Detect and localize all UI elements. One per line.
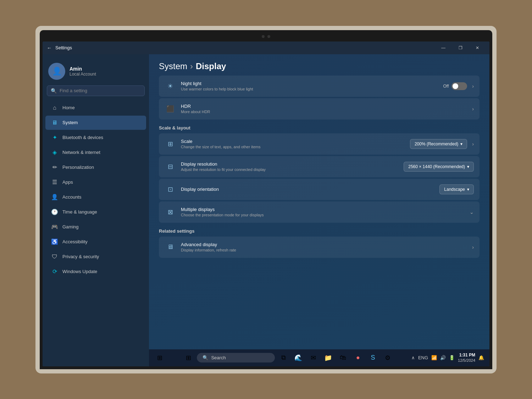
chevron-up-icon[interactable]: ∧ xyxy=(410,354,416,361)
night-light-title: Night light xyxy=(181,81,438,86)
window-controls: — ❐ ✕ xyxy=(436,42,485,54)
lang-icon[interactable]: ENG xyxy=(417,354,429,361)
sidebar-item-system[interactable]: 🖥 System xyxy=(45,116,146,130)
sidebar-label-accessibility: Accessibility xyxy=(62,239,88,244)
sidebar-item-gaming[interactable]: 🎮 Gaming xyxy=(45,220,146,234)
advanced-display-desc: Display information, refresh rate xyxy=(181,248,467,252)
sidebar-item-bluetooth[interactable]: ✦ Bluetooth & devices xyxy=(45,131,146,145)
resolution-text: Display resolution Adjust the resolution… xyxy=(181,161,399,172)
edge-icon[interactable]: 🌊 xyxy=(292,351,305,364)
scale-title: Scale xyxy=(181,139,405,144)
notification-icon[interactable]: 🔔 xyxy=(477,354,485,361)
sidebar-item-time[interactable]: 🕐 Time & language xyxy=(45,205,146,219)
sidebar-item-home[interactable]: ⌂ Home xyxy=(45,101,146,115)
title-bar: ← Settings — ❐ ✕ xyxy=(43,41,489,54)
wifi-icon[interactable]: 📶 xyxy=(430,354,438,361)
taskbar-search[interactable]: 🔍 Search xyxy=(197,353,275,362)
scale-desc: Change the size of text, apps, and other… xyxy=(181,145,405,149)
search-input[interactable] xyxy=(60,88,141,93)
sidebar-item-update[interactable]: ⟳ Windows Update xyxy=(45,265,146,279)
night-light-chevron: › xyxy=(472,83,474,89)
resolution-control: 2560 × 1440 (Recommended) ▾ xyxy=(404,162,474,172)
update-icon: ⟳ xyxy=(51,268,58,275)
sidebar-item-network[interactable]: ◈ Network & internet xyxy=(45,145,146,160)
user-name: Amin xyxy=(70,66,96,72)
camera-dot-left xyxy=(262,35,265,38)
resolution-icon: ⊟ xyxy=(165,161,176,172)
settings-taskbar-icon[interactable]: ⚙ xyxy=(381,351,394,364)
mail-icon[interactable]: ✉ xyxy=(307,351,320,364)
night-light-icon: ☀ xyxy=(165,81,176,92)
skype-icon[interactable]: S xyxy=(366,351,379,364)
orientation-dropdown-arrow: ▾ xyxy=(467,187,469,192)
task-view-icon[interactable]: ⧉ xyxy=(277,351,290,364)
system-icon: 🖥 xyxy=(51,119,58,126)
orientation-text: Display orientation xyxy=(181,187,434,192)
sidebar-label-personalization: Personalization xyxy=(62,165,94,170)
setting-item-night-light[interactable]: ☀ Night light Use warmer colors to help … xyxy=(159,76,480,97)
orientation-value: Landscape xyxy=(444,187,465,192)
taskbar-right: ∧ ENG 📶 🔊 🔋 1:31 PM 12/5/2024 🔔 xyxy=(410,353,485,363)
start-button[interactable]: ⊞ xyxy=(182,351,195,364)
sidebar-item-personalization[interactable]: ✏ Personalization xyxy=(45,160,146,174)
sidebar-label-accounts: Accounts xyxy=(62,194,81,200)
scale-control: 200% (Recommended) ▾ xyxy=(410,139,467,149)
search-label: Search xyxy=(211,355,226,360)
sidebar-item-apps[interactable]: ☰ Apps xyxy=(45,175,146,189)
sidebar-label-apps: Apps xyxy=(62,179,73,185)
camera-dot-center xyxy=(267,35,270,38)
setting-item-resolution[interactable]: ⊟ Display resolution Adjust the resoluti… xyxy=(159,156,480,177)
sys-tray: ∧ ENG 📶 🔊 🔋 xyxy=(410,354,456,361)
night-light-desc: Use warmer colors to help block blue lig… xyxy=(181,87,438,91)
sidebar-label-gaming: Gaming xyxy=(62,224,79,229)
scale-chevron: › xyxy=(472,141,474,147)
back-button[interactable]: ← xyxy=(47,45,52,51)
sidebar-label-bluetooth: Bluetooth & devices xyxy=(62,135,103,140)
browser-icon[interactable]: ● xyxy=(351,351,364,364)
widgets-icon[interactable]: ⊞ xyxy=(153,351,166,364)
minimize-button[interactable]: — xyxy=(436,42,451,54)
time-display[interactable]: 1:31 PM 12/5/2024 xyxy=(458,353,475,363)
setting-item-hdr[interactable]: ⬛ HDR More about HDR › xyxy=(159,98,480,120)
sidebar-item-accessibility[interactable]: ♿ Accessibility xyxy=(45,235,146,249)
hdr-chevron: › xyxy=(472,106,474,112)
advanced-display-text: Advanced display Display information, re… xyxy=(181,242,467,252)
user-section: 👤 Amin Local Account xyxy=(43,59,149,85)
night-light-toggle[interactable] xyxy=(451,82,467,90)
night-light-control: Off xyxy=(443,82,467,90)
breadcrumb: System › Display xyxy=(159,61,480,71)
bluetooth-icon: ✦ xyxy=(51,134,58,141)
file-explorer-icon[interactable]: 📁 xyxy=(322,351,334,364)
hdr-desc: More about HDR xyxy=(181,110,467,114)
advanced-display-icon: 🖥 xyxy=(165,242,176,253)
sidebar-label-privacy: Privacy & security xyxy=(62,254,99,259)
multiple-displays-text: Multiple displays Choose the presentatio… xyxy=(181,207,465,217)
restore-button[interactable]: ❐ xyxy=(453,42,468,54)
setting-item-scale[interactable]: ⊞ Scale Change the size of text, apps, a… xyxy=(159,133,480,155)
scale-dropdown[interactable]: 200% (Recommended) ▾ xyxy=(410,139,467,149)
battery-icon[interactable]: 🔋 xyxy=(448,354,456,361)
search-box[interactable]: 🔍 xyxy=(47,85,145,96)
advanced-display-title: Advanced display xyxy=(181,242,467,247)
home-icon: ⌂ xyxy=(51,104,58,111)
close-button[interactable]: ✕ xyxy=(470,42,485,54)
sidebar-item-privacy[interactable]: 🛡 Privacy & security xyxy=(45,250,146,264)
search-icon-tb: 🔍 xyxy=(203,355,208,360)
scale-value: 200% (Recommended) xyxy=(415,142,458,146)
related-settings-label: Related settings xyxy=(159,228,480,234)
taskbar-center: ⊞ 🔍 Search ⧉ 🌊 ✉ 📁 🛍 ● S xyxy=(167,351,409,364)
resolution-dropdown-arrow: ▾ xyxy=(467,164,469,169)
toggle-off-label: Off xyxy=(443,84,449,89)
resolution-dropdown[interactable]: 2560 × 1440 (Recommended) ▾ xyxy=(404,162,474,172)
setting-item-advanced-display[interactable]: 🖥 Advanced display Display information, … xyxy=(159,237,480,258)
setting-item-orientation[interactable]: ⊡ Display orientation Landscape ▾ xyxy=(159,179,480,200)
setting-item-multiple-displays[interactable]: ⊠ Multiple displays Choose the presentat… xyxy=(159,201,480,223)
store-icon[interactable]: 🛍 xyxy=(337,351,349,364)
sidebar-label-home: Home xyxy=(62,105,75,110)
volume-icon[interactable]: 🔊 xyxy=(439,354,447,361)
sidebar-item-accounts[interactable]: 👤 Accounts xyxy=(45,190,146,204)
advanced-display-chevron: › xyxy=(472,244,474,250)
orientation-dropdown[interactable]: Landscape ▾ xyxy=(439,184,474,194)
accounts-icon: 👤 xyxy=(51,194,58,201)
user-type: Local Account xyxy=(70,72,96,77)
